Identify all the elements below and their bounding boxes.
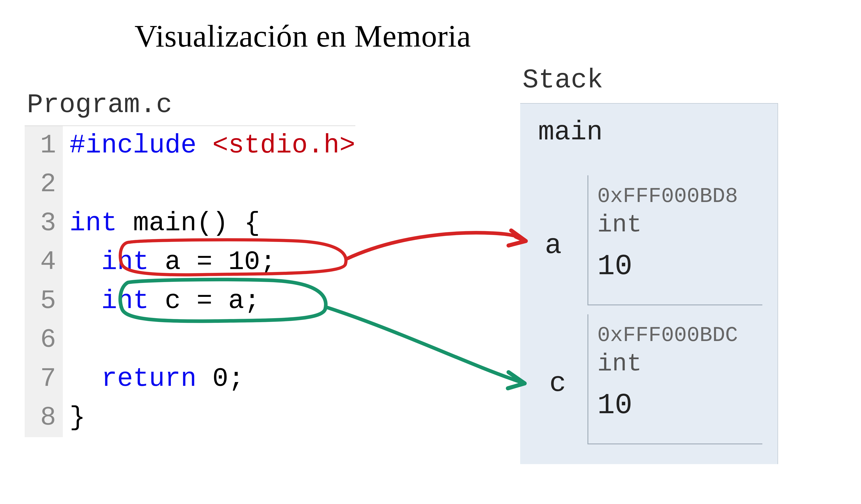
code-line: 4 int a = 10; — [25, 243, 355, 281]
var-name-label: c — [549, 368, 566, 399]
line-number: 1 — [25, 126, 63, 165]
keyword-token: int — [101, 247, 149, 277]
var-address: 0xFFF000BDC — [588, 314, 762, 348]
keyword-token: return — [101, 364, 197, 394]
code-line: 8 } — [25, 398, 355, 437]
var-type: int — [588, 208, 762, 239]
code-text: 0; — [212, 364, 244, 394]
code-text: c = a; — [165, 286, 260, 316]
var-name-label: a — [545, 230, 562, 262]
line-number: 5 — [25, 282, 63, 321]
stack-panel: main 0xFFF000BD8 int 10 0xFFF000BDC int … — [520, 103, 778, 464]
keyword-token: int — [69, 208, 117, 238]
include-token: <stdio.h> — [212, 131, 355, 160]
var-value: 10 — [588, 239, 762, 283]
keyword-token: int — [101, 286, 149, 316]
code-line: 5 int c = a; — [25, 282, 355, 321]
stack-variable-box: 0xFFF000BDC int 10 — [587, 314, 762, 444]
line-number: 7 — [25, 359, 63, 398]
slide-title: Visualización en Memoria — [135, 18, 471, 54]
arrow-red — [346, 233, 526, 259]
code-text: main() { — [133, 208, 260, 238]
stack-heading: Stack — [522, 65, 603, 96]
preproc-token: #include — [69, 131, 197, 160]
code-line: 6 — [25, 321, 355, 359]
line-number: 6 — [25, 321, 63, 359]
file-name-label: Program.c — [27, 90, 172, 120]
code-line: 7 return 0; — [25, 359, 355, 398]
arrow-green — [326, 307, 525, 383]
var-address: 0xFFF000BD8 — [588, 175, 762, 208]
code-listing: 1 #include <stdio.h> 2 3 int main() { 4 … — [25, 125, 355, 437]
code-text: a = 10; — [165, 247, 276, 277]
code-line: 2 — [25, 165, 355, 204]
stack-variable-box: 0xFFF000BD8 int 10 — [587, 175, 762, 305]
stack-frame-name: main — [538, 117, 603, 148]
var-type: int — [588, 348, 762, 378]
line-number: 2 — [25, 165, 63, 204]
line-number: 4 — [25, 243, 63, 281]
code-line: 1 #include <stdio.h> — [25, 126, 355, 165]
line-number: 8 — [25, 398, 63, 437]
var-value: 10 — [588, 378, 762, 422]
code-text: } — [69, 403, 85, 433]
code-line: 3 int main() { — [25, 204, 355, 243]
line-number: 3 — [25, 204, 63, 243]
